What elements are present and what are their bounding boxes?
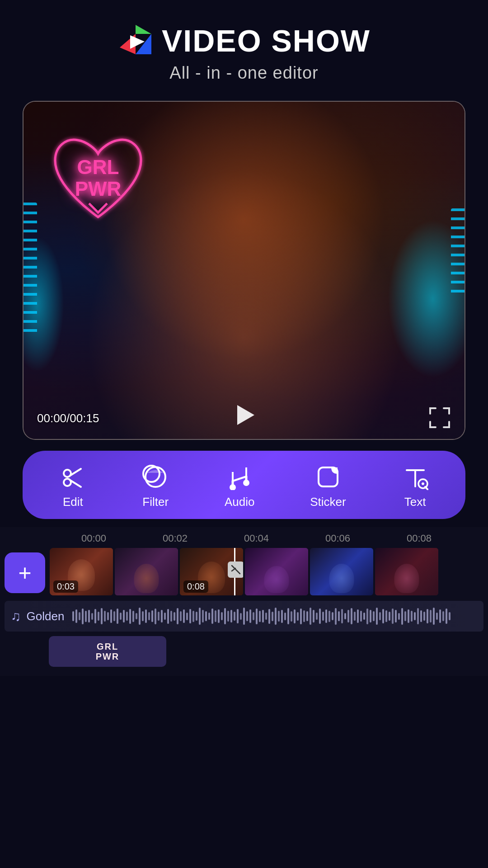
video-preview[interactable]: GRL PWR 00:00/00:15 (23, 101, 465, 440)
tool-audio[interactable]: Audio (225, 463, 255, 509)
neon-dots-left (23, 203, 37, 338)
tool-filter[interactable]: Filter (142, 463, 169, 509)
tool-edit[interactable]: Edit (59, 463, 86, 509)
svg-text:PWR: PWR (75, 178, 122, 200)
app-subtitle: All - in - one editor (169, 63, 318, 83)
tool-sticker[interactable]: Sticker (310, 463, 346, 509)
tool-sticker-label: Sticker (310, 495, 346, 509)
ruler-mark-2: 00:04 (244, 533, 325, 544)
video-clips-track: 0:03 0:08 (50, 548, 483, 595)
tool-filter-label: Filter (142, 495, 169, 509)
svg-point-10 (145, 467, 165, 487)
cut-icon[interactable] (228, 561, 243, 578)
clip-3-label: 0:08 (183, 580, 208, 593)
add-clip-button[interactable]: + (5, 552, 45, 593)
text-sticker-line1: GRL (97, 642, 118, 651)
svg-line-23 (425, 487, 428, 490)
ruler-mark-1: 00:02 (163, 533, 244, 544)
audio-music-icon: ♫ (11, 609, 21, 624)
clip-1[interactable]: 0:03 (50, 548, 113, 595)
editor-toolbar: Edit Filter Audio (23, 451, 465, 519)
clip-2[interactable] (115, 548, 178, 595)
neon-dots-right (451, 208, 465, 299)
timeline-ruler: 00:00 00:02 00:04 00:06 00:08 (0, 527, 488, 548)
filter-icon (142, 463, 169, 491)
audio-track-name: Golden (27, 609, 65, 623)
music-icon (226, 463, 253, 491)
app-logo-icon (117, 23, 154, 59)
play-button[interactable] (228, 399, 260, 431)
timeline-tracks: + 0:03 0:08 (0, 548, 488, 595)
ruler-mark-0: 00:00 (81, 533, 163, 544)
fullscreen-icon (429, 407, 450, 428)
clip-5[interactable] (310, 548, 373, 595)
app-title: VIDEO SHOW (162, 23, 371, 58)
text-icon (402, 463, 429, 491)
tool-audio-label: Audio (225, 495, 255, 509)
scissors-icon (59, 463, 86, 491)
audio-waveform: // Waveform bars will be generated inlin… (72, 608, 477, 625)
tool-edit-label: Edit (63, 495, 83, 509)
app-header: VIDEO SHOW All - in - one editor (0, 0, 488, 96)
grl-pwr-sticker: GRL PWR (46, 129, 150, 233)
ruler-mark-4: 00:08 (407, 533, 488, 544)
svg-point-16 (243, 480, 249, 486)
video-timecode: 00:00/00:15 (37, 411, 99, 425)
timeline: 00:00 00:02 00:04 00:06 00:08 + 0:03 (0, 527, 488, 676)
svg-text:GRL: GRL (77, 156, 119, 178)
clip-6[interactable] (375, 548, 438, 595)
audio-track[interactable]: ♫ Golden // Waveform bars will be genera… (5, 601, 483, 632)
clip-1-label: 0:03 (53, 580, 78, 593)
svg-point-15 (230, 484, 236, 490)
tool-text[interactable]: Text (402, 463, 429, 509)
svg-marker-0 (136, 25, 151, 34)
fullscreen-button[interactable] (428, 406, 451, 429)
clip-3[interactable]: 0:08 (180, 548, 243, 595)
play-triangle-icon (237, 405, 254, 425)
svg-line-13 (233, 476, 246, 481)
clip-4[interactable] (245, 548, 308, 595)
plus-icon: + (18, 561, 31, 584)
ruler-mark-3: 00:06 (325, 533, 407, 544)
svg-line-27 (232, 568, 235, 571)
text-sticker: GRL PWR (96, 642, 120, 661)
text-sticker-track[interactable]: GRL PWR (49, 636, 166, 667)
tool-text-label: Text (404, 495, 426, 509)
sticker-icon (314, 463, 342, 491)
text-sticker-line2: PWR (96, 651, 120, 661)
